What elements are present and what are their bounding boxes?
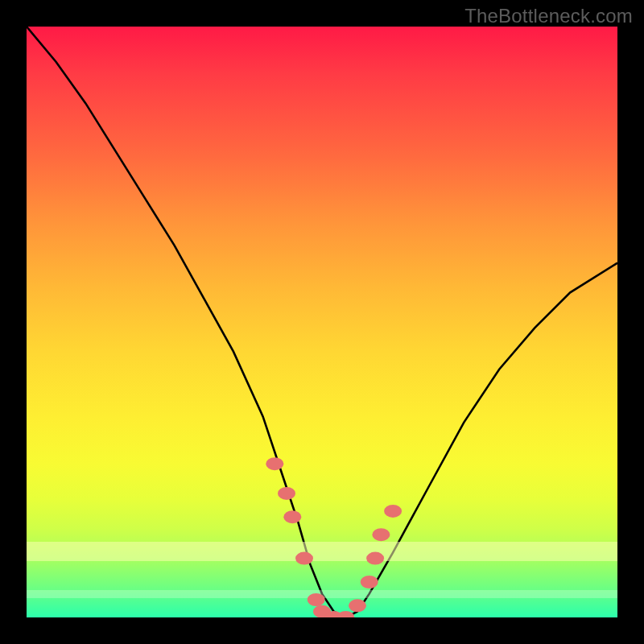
- highlight-dot: [361, 576, 378, 588]
- highlight-dot: [295, 552, 313, 565]
- highlight-dot: [283, 510, 301, 523]
- highlight-dot: [384, 505, 402, 518]
- highlight-dot: [266, 457, 283, 470]
- light-band-1: [27, 542, 617, 561]
- highlight-dot: [366, 552, 384, 565]
- curve-layer: [27, 27, 617, 617]
- highlight-dot: [278, 487, 295, 500]
- highlight-dot: [349, 599, 366, 612]
- plot-area: [27, 27, 617, 617]
- highlight-dot: [336, 611, 354, 617]
- highlight-dot: [372, 528, 390, 541]
- bottleneck-curve: [27, 27, 617, 617]
- highlight-dot: [308, 593, 325, 606]
- chart-frame: TheBottleneck.com: [0, 0, 644, 644]
- watermark-text: TheBottleneck.com: [464, 5, 633, 27]
